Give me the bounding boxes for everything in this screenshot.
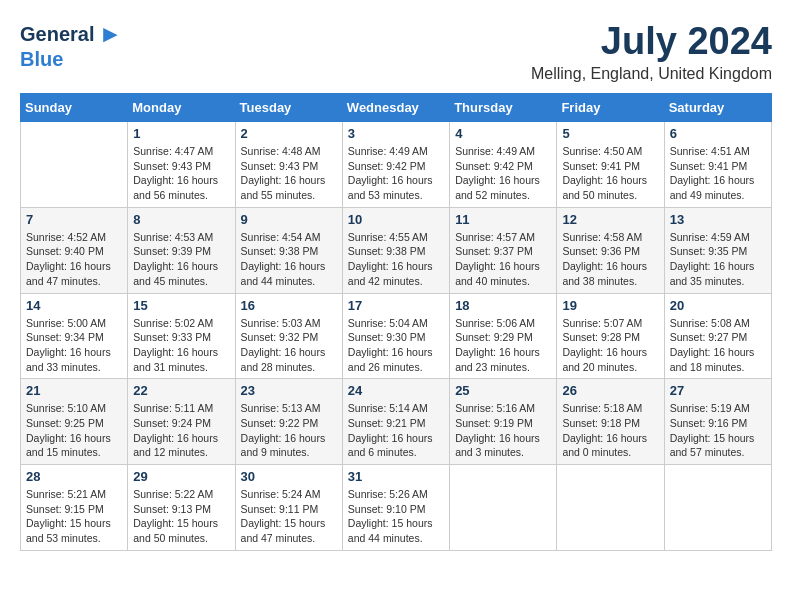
day-number: 10 <box>348 212 444 227</box>
day-info: Sunrise: 5:16 AM Sunset: 9:19 PM Dayligh… <box>455 401 551 460</box>
calendar-cell <box>664 465 771 551</box>
calendar-cell <box>21 122 128 208</box>
day-number: 24 <box>348 383 444 398</box>
logo-blue: Blue <box>20 48 63 71</box>
day-info: Sunrise: 5:00 AM Sunset: 9:34 PM Dayligh… <box>26 316 122 375</box>
day-of-week-header: Friday <box>557 94 664 122</box>
day-info: Sunrise: 4:49 AM Sunset: 9:42 PM Dayligh… <box>455 144 551 203</box>
day-number: 27 <box>670 383 766 398</box>
day-info: Sunrise: 5:13 AM Sunset: 9:22 PM Dayligh… <box>241 401 337 460</box>
logo: General ► Blue <box>20 20 122 71</box>
day-info: Sunrise: 5:18 AM Sunset: 9:18 PM Dayligh… <box>562 401 658 460</box>
calendar-cell: 17Sunrise: 5:04 AM Sunset: 9:30 PM Dayli… <box>342 293 449 379</box>
day-info: Sunrise: 5:21 AM Sunset: 9:15 PM Dayligh… <box>26 487 122 546</box>
day-info: Sunrise: 5:07 AM Sunset: 9:28 PM Dayligh… <box>562 316 658 375</box>
day-number: 21 <box>26 383 122 398</box>
calendar-cell: 20Sunrise: 5:08 AM Sunset: 9:27 PM Dayli… <box>664 293 771 379</box>
day-number: 14 <box>26 298 122 313</box>
day-number: 8 <box>133 212 229 227</box>
calendar-cell: 4Sunrise: 4:49 AM Sunset: 9:42 PM Daylig… <box>450 122 557 208</box>
day-number: 13 <box>670 212 766 227</box>
calendar-cell: 9Sunrise: 4:54 AM Sunset: 9:38 PM Daylig… <box>235 207 342 293</box>
day-number: 19 <box>562 298 658 313</box>
day-of-week-header: Thursday <box>450 94 557 122</box>
day-info: Sunrise: 5:06 AM Sunset: 9:29 PM Dayligh… <box>455 316 551 375</box>
day-number: 30 <box>241 469 337 484</box>
calendar-week-row: 1Sunrise: 4:47 AM Sunset: 9:43 PM Daylig… <box>21 122 772 208</box>
calendar-cell <box>557 465 664 551</box>
calendar-cell: 23Sunrise: 5:13 AM Sunset: 9:22 PM Dayli… <box>235 379 342 465</box>
calendar-cell: 16Sunrise: 5:03 AM Sunset: 9:32 PM Dayli… <box>235 293 342 379</box>
day-number: 31 <box>348 469 444 484</box>
calendar-cell: 15Sunrise: 5:02 AM Sunset: 9:33 PM Dayli… <box>128 293 235 379</box>
day-info: Sunrise: 5:14 AM Sunset: 9:21 PM Dayligh… <box>348 401 444 460</box>
day-number: 25 <box>455 383 551 398</box>
day-number: 29 <box>133 469 229 484</box>
day-number: 20 <box>670 298 766 313</box>
calendar-cell: 10Sunrise: 4:55 AM Sunset: 9:38 PM Dayli… <box>342 207 449 293</box>
day-number: 18 <box>455 298 551 313</box>
day-info: Sunrise: 4:51 AM Sunset: 9:41 PM Dayligh… <box>670 144 766 203</box>
calendar-body: 1Sunrise: 4:47 AM Sunset: 9:43 PM Daylig… <box>21 122 772 551</box>
day-info: Sunrise: 5:19 AM Sunset: 9:16 PM Dayligh… <box>670 401 766 460</box>
day-number: 26 <box>562 383 658 398</box>
calendar-cell: 14Sunrise: 5:00 AM Sunset: 9:34 PM Dayli… <box>21 293 128 379</box>
day-of-week-header: Wednesday <box>342 94 449 122</box>
calendar-cell: 22Sunrise: 5:11 AM Sunset: 9:24 PM Dayli… <box>128 379 235 465</box>
day-info: Sunrise: 4:52 AM Sunset: 9:40 PM Dayligh… <box>26 230 122 289</box>
day-of-week-header: Sunday <box>21 94 128 122</box>
day-info: Sunrise: 5:10 AM Sunset: 9:25 PM Dayligh… <box>26 401 122 460</box>
title-area: July 2024 Melling, England, United Kingd… <box>531 20 772 83</box>
logo-general: General <box>20 23 94 46</box>
calendar-cell: 7Sunrise: 4:52 AM Sunset: 9:40 PM Daylig… <box>21 207 128 293</box>
day-info: Sunrise: 4:50 AM Sunset: 9:41 PM Dayligh… <box>562 144 658 203</box>
day-info: Sunrise: 5:08 AM Sunset: 9:27 PM Dayligh… <box>670 316 766 375</box>
calendar-week-row: 28Sunrise: 5:21 AM Sunset: 9:15 PM Dayli… <box>21 465 772 551</box>
calendar-cell: 2Sunrise: 4:48 AM Sunset: 9:43 PM Daylig… <box>235 122 342 208</box>
calendar-cell: 30Sunrise: 5:24 AM Sunset: 9:11 PM Dayli… <box>235 465 342 551</box>
calendar-header: SundayMondayTuesdayWednesdayThursdayFrid… <box>21 94 772 122</box>
day-number: 28 <box>26 469 122 484</box>
day-info: Sunrise: 4:57 AM Sunset: 9:37 PM Dayligh… <box>455 230 551 289</box>
day-info: Sunrise: 4:48 AM Sunset: 9:43 PM Dayligh… <box>241 144 337 203</box>
day-number: 2 <box>241 126 337 141</box>
day-info: Sunrise: 4:49 AM Sunset: 9:42 PM Dayligh… <box>348 144 444 203</box>
calendar-cell: 28Sunrise: 5:21 AM Sunset: 9:15 PM Dayli… <box>21 465 128 551</box>
day-number: 5 <box>562 126 658 141</box>
calendar-week-row: 7Sunrise: 4:52 AM Sunset: 9:40 PM Daylig… <box>21 207 772 293</box>
day-number: 7 <box>26 212 122 227</box>
day-number: 1 <box>133 126 229 141</box>
calendar-cell: 25Sunrise: 5:16 AM Sunset: 9:19 PM Dayli… <box>450 379 557 465</box>
calendar-cell: 19Sunrise: 5:07 AM Sunset: 9:28 PM Dayli… <box>557 293 664 379</box>
day-of-week-header: Tuesday <box>235 94 342 122</box>
calendar-cell <box>450 465 557 551</box>
calendar-cell: 11Sunrise: 4:57 AM Sunset: 9:37 PM Dayli… <box>450 207 557 293</box>
day-number: 23 <box>241 383 337 398</box>
day-of-week-header: Monday <box>128 94 235 122</box>
calendar-week-row: 14Sunrise: 5:00 AM Sunset: 9:34 PM Dayli… <box>21 293 772 379</box>
calendar-cell: 24Sunrise: 5:14 AM Sunset: 9:21 PM Dayli… <box>342 379 449 465</box>
location: Melling, England, United Kingdom <box>531 65 772 83</box>
day-number: 22 <box>133 383 229 398</box>
calendar-cell: 6Sunrise: 4:51 AM Sunset: 9:41 PM Daylig… <box>664 122 771 208</box>
calendar-cell: 8Sunrise: 4:53 AM Sunset: 9:39 PM Daylig… <box>128 207 235 293</box>
day-info: Sunrise: 5:22 AM Sunset: 9:13 PM Dayligh… <box>133 487 229 546</box>
calendar-table: SundayMondayTuesdayWednesdayThursdayFrid… <box>20 93 772 551</box>
day-info: Sunrise: 4:58 AM Sunset: 9:36 PM Dayligh… <box>562 230 658 289</box>
calendar-cell: 13Sunrise: 4:59 AM Sunset: 9:35 PM Dayli… <box>664 207 771 293</box>
day-info: Sunrise: 4:53 AM Sunset: 9:39 PM Dayligh… <box>133 230 229 289</box>
day-number: 11 <box>455 212 551 227</box>
calendar-cell: 1Sunrise: 4:47 AM Sunset: 9:43 PM Daylig… <box>128 122 235 208</box>
day-number: 17 <box>348 298 444 313</box>
day-number: 12 <box>562 212 658 227</box>
calendar-cell: 29Sunrise: 5:22 AM Sunset: 9:13 PM Dayli… <box>128 465 235 551</box>
day-number: 6 <box>670 126 766 141</box>
day-info: Sunrise: 5:04 AM Sunset: 9:30 PM Dayligh… <box>348 316 444 375</box>
day-number: 16 <box>241 298 337 313</box>
day-info: Sunrise: 4:47 AM Sunset: 9:43 PM Dayligh… <box>133 144 229 203</box>
calendar-cell: 21Sunrise: 5:10 AM Sunset: 9:25 PM Dayli… <box>21 379 128 465</box>
day-info: Sunrise: 5:26 AM Sunset: 9:10 PM Dayligh… <box>348 487 444 546</box>
day-of-week-header: Saturday <box>664 94 771 122</box>
day-info: Sunrise: 4:59 AM Sunset: 9:35 PM Dayligh… <box>670 230 766 289</box>
day-info: Sunrise: 5:03 AM Sunset: 9:32 PM Dayligh… <box>241 316 337 375</box>
